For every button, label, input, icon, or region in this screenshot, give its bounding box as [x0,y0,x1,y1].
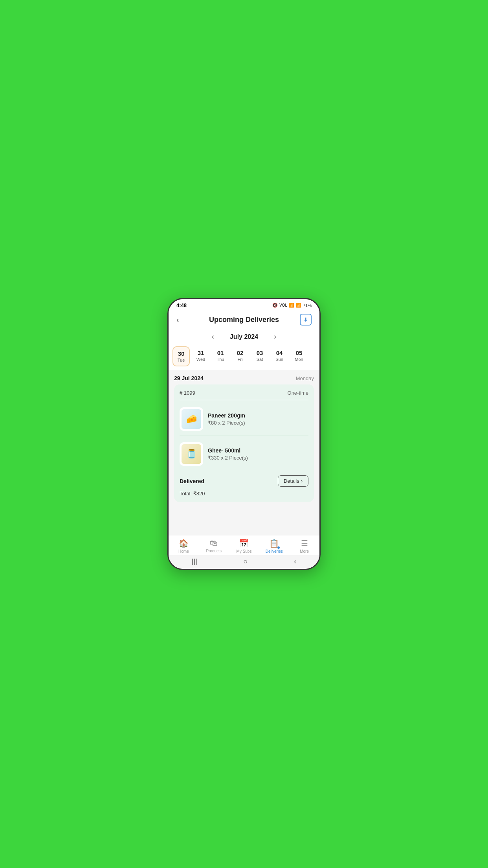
day-number: 02 [237,349,244,356]
selected-date: 29 Jul 2024 [174,375,204,381]
paneer-icon: 🧀 [182,409,201,429]
order-total: Total: ₹820 [180,491,308,497]
more-icon: ☰ [301,539,308,548]
back-button[interactable]: ‹ [176,315,188,324]
chevron-right-icon: › [301,478,303,484]
card-header: # 1099 One-time [180,390,308,400]
month-year-label: July 2024 [230,333,258,340]
day-number: 01 [217,349,224,356]
day-item[interactable]: 03Sat [251,346,268,366]
product-item-ghee: 🫙 Ghee- 500ml ₹330 x 2 Piece(s) [180,439,308,469]
ghee-icon: 🫙 [182,444,201,464]
day-name: Tue [178,358,185,362]
day-item[interactable]: 05Mon [290,346,308,366]
day-item[interactable]: 30Tue [172,346,190,366]
product-item: 🧀 Paneer 200gm ₹80 x 2 Piece(s) [180,404,308,434]
deliveries-icon-wrap: 📋 [269,539,279,548]
page-title: Upcoming Deliveries [209,316,279,324]
home-system-button[interactable]: ○ [244,557,248,566]
prev-month-button[interactable]: ‹ [208,333,218,341]
bottom-nav: 🏠 Home 🛍 Products 📅 My Subs 📋 Deliveries… [169,535,319,555]
products-label: Products [206,549,221,553]
status-bar: 4:48 🔇 VOL 📶 📶 71% [169,299,319,310]
day-item[interactable]: 01Thu [212,346,229,366]
recent-apps-button[interactable]: ||| [192,557,197,566]
download-button[interactable]: ⬇ [300,314,312,326]
nav-item-products[interactable]: 🛍 Products [203,539,225,554]
order-id: # 1099 [180,390,195,396]
day-name: Fri [238,357,243,362]
product-image-ghee: 🫙 [180,442,203,466]
day-name: Mon [295,357,303,362]
delivery-status: Delivered [180,478,204,484]
battery-icon: 71% [303,303,312,308]
deliveries-label: Deliveries [266,549,283,554]
day-name: Thu [217,357,224,362]
selected-day: Monday [296,375,314,381]
product-info-ghee: Ghee- 500ml ₹330 x 2 Piece(s) [208,447,308,461]
nav-item-deliveries[interactable]: 📋 Deliveries [263,539,285,554]
day-name: Sat [257,357,263,362]
mysubs-label: My Subs [237,549,252,554]
day-number: 05 [296,349,303,356]
day-scroller: 30Tue31Wed01Thu02Fri03Sat04Sun05Mon [169,344,319,370]
product-price: ₹80 x 2 Piece(s) [208,420,308,426]
divider [180,436,308,436]
more-label: More [300,549,309,554]
product-name-ghee: Ghee- 500ml [208,447,308,454]
product-name: Paneer 200gm [208,412,308,419]
download-icon: ⬇ [303,316,308,323]
products-icon: 🛍 [210,539,218,548]
header: ‹ Upcoming Deliveries ⬇ [169,310,319,329]
order-type: One-time [288,390,308,396]
date-header: 29 Jul 2024 Monday [174,370,314,384]
network-icon: VOL [279,303,287,307]
delivery-card: # 1099 One-time 🧀 Paneer 200gm ₹80 x 2 P… [174,384,314,502]
active-dot [277,546,280,549]
day-item[interactable]: 02Fri [231,346,249,366]
status-time: 4:48 [176,302,187,308]
day-number: 04 [276,349,283,356]
home-label: Home [178,549,189,554]
nav-item-mysubs[interactable]: 📅 My Subs [233,539,255,554]
mysubs-icon: 📅 [239,539,249,548]
day-name: Sun [275,357,283,362]
day-item[interactable]: 04Sun [271,346,288,366]
status-icons: 🔇 VOL 📶 📶 71% [272,303,312,308]
card-footer: Delivered Details › [180,474,308,487]
product-price-ghee: ₹330 x 2 Piece(s) [208,455,308,461]
product-image-paneer: 🧀 [180,407,203,431]
next-month-button[interactable]: › [270,333,280,341]
day-number: 31 [198,349,204,356]
home-icon: 🏠 [179,539,189,548]
phone-shell: 4:48 🔇 VOL 📶 📶 71% ‹ Upcoming Deliveries… [167,298,321,570]
day-number: 30 [178,350,185,357]
wifi-icon: 📶 [289,303,294,308]
day-name: Wed [196,357,205,362]
details-button[interactable]: Details › [278,475,308,487]
day-item[interactable]: 31Wed [192,346,209,366]
signal-icon: 📶 [296,303,301,308]
mute-icon: 🔇 [272,303,278,308]
back-system-button[interactable]: ‹ [294,557,296,566]
product-info-paneer: Paneer 200gm ₹80 x 2 Piece(s) [208,412,308,426]
nav-item-home[interactable]: 🏠 Home [173,539,194,554]
month-nav: ‹ July 2024 › [169,329,319,344]
details-label: Details [284,478,299,484]
day-number: 03 [257,349,263,356]
nav-item-more[interactable]: ☰ More [294,539,315,554]
system-bar: ||| ○ ‹ [169,555,319,569]
content-area: 29 Jul 2024 Monday # 1099 One-time 🧀 Pan… [169,370,319,535]
